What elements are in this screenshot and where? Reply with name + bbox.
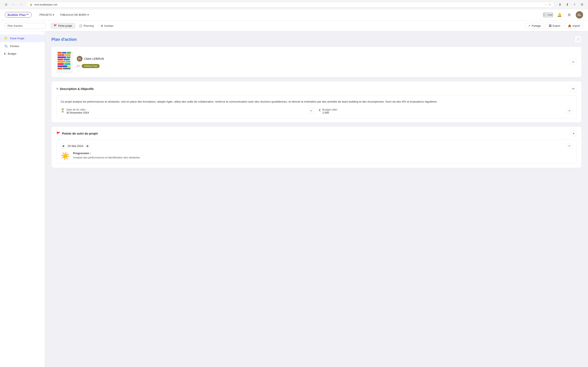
description-text: Ce projet analyse les performances et ob…: [61, 100, 572, 104]
date-field: ⏳ Date de fin cible : 30 Novembre 2024 ✏: [61, 108, 314, 114]
project-edit-btn[interactable]: ✏: [570, 59, 577, 65]
share-icon[interactable]: ⬆: [564, 2, 570, 7]
url-text: next.bubbleplan.net: [34, 3, 57, 6]
sidebar-budget-label: Budget: [8, 52, 16, 55]
suivi-edit-btn[interactable]: ✏: [567, 143, 572, 149]
settings-btn[interactable]: ⚙: [566, 12, 572, 18]
description-title: ≡ Description & Objectifs: [56, 87, 94, 91]
notification-btn[interactable]: 🔔: [556, 12, 563, 18]
tag-icon: 🏷: [77, 64, 80, 68]
browser-chrome: ⊟ ← → 🔒 next.bubbleplan.net ⋯ ↻ ⬇ ⬆ + ⧉: [0, 0, 588, 9]
hourglass-icon: ⏳: [61, 108, 65, 112]
gear-icon: ⚙: [568, 13, 571, 17]
tab-group: 🚩 Fiche projet 📋 Planning ⊞ Kanban: [51, 23, 116, 29]
export-label: Export: [553, 24, 561, 27]
tab-fiche-label: Fiche projet: [58, 24, 72, 27]
help-label: Aide: [547, 13, 553, 16]
export-btn[interactable]: 🖼 Export: [546, 23, 563, 29]
page-title: Plan d'action: [52, 37, 77, 42]
project-pdf-btn[interactable]: 📄: [575, 36, 581, 43]
description-edit-btn[interactable]: ✏: [570, 85, 577, 92]
suivi-pencil-icon: ✏: [568, 144, 571, 147]
suivi-content: ☀️ Progression : Analyse des performance…: [61, 152, 572, 160]
suivi-nav: ◀ 29 Mai 2024 ▶ ✏: [61, 143, 572, 149]
sidebar-item-fiche-projet[interactable]: 📁 Fiche Projet: [0, 34, 45, 42]
tab-fiche-projet[interactable]: 🚩 Fiche projet: [51, 23, 75, 29]
paperclip-icon: 📎: [4, 44, 8, 48]
suivi-title: 🚩 Points de suivi du projet: [56, 132, 98, 135]
export-icon: 🖼: [549, 24, 552, 27]
sidebar-item-budget[interactable]: € Budget: [0, 50, 45, 58]
browser-actions: ⬇ ⬆ + ⧉: [557, 2, 585, 7]
project-tags-row: 🏷 Amma Corp: [77, 64, 566, 68]
kanban-icon: ⊞: [101, 24, 103, 27]
nav-tableaux-de-bord[interactable]: TABLEAUX DE BORD ▾: [57, 9, 92, 21]
project-owner-row: CL Claire LEBRUN: [77, 56, 566, 62]
budget-edit-btn[interactable]: ✏: [567, 108, 572, 114]
sidebar: 📁 Fiche Projet 📎 Fichiers € Budget: [0, 31, 45, 367]
tab-planning[interactable]: 📋 Planning: [76, 23, 97, 29]
import-btn[interactable]: 📥 Import: [565, 23, 583, 29]
tab-planning-label: Planning: [84, 24, 94, 27]
euro-budget-icon: €: [319, 108, 321, 112]
owner-name: Claire LEBRUN: [84, 57, 104, 60]
suivi-progression-text: Analyse des performances et identificati…: [73, 156, 572, 160]
suivi-date-nav: ◀ 29 Mai 2024 ▶: [61, 143, 90, 149]
nav-back-btn[interactable]: ←: [11, 2, 16, 7]
nav-forward-btn[interactable]: →: [18, 2, 24, 7]
partage-icon: ↗: [528, 24, 530, 27]
tab-kanban[interactable]: ⊞ Kanban: [98, 23, 117, 29]
sidebar-fichiers-label: Fichiers: [10, 45, 19, 48]
sidebar-fiche-label: Fiche Projet: [10, 37, 24, 40]
logo-text: Bubble Plan™: [5, 12, 32, 17]
app-header: Bubble Plan™ PROJETS ▾ TABLEAUX DE BORD …: [0, 9, 588, 21]
tab-kanban-label: Kanban: [104, 24, 113, 27]
suivi-add-btn[interactable]: +: [571, 131, 577, 136]
date-value: 30 Novembre 2024: [66, 111, 307, 114]
tabs-icon[interactable]: ⧉: [579, 2, 585, 7]
logo[interactable]: Bubble Plan™: [5, 12, 32, 17]
user-avatar[interactable]: CL: [576, 11, 583, 18]
project-info-card: CL Claire LEBRUN 🏷 Amma Corp ✏: [52, 47, 581, 77]
help-circle-icon: ⓘ: [544, 13, 546, 17]
suivi-prev-btn[interactable]: ◀: [61, 143, 66, 149]
content-area: Plan d'action 📄: [45, 31, 588, 367]
pencil-icon: ✏: [572, 60, 575, 64]
description-section-header: ≡ Description & Objectifs ✏: [56, 85, 577, 92]
pdf-icon: 📄: [576, 38, 580, 42]
project-thumbnail: [56, 51, 73, 73]
project-search-input[interactable]: [5, 23, 46, 29]
description-pencil-icon: ✏: [572, 87, 575, 91]
help-button[interactable]: ⓘ Aide: [543, 13, 553, 17]
second-toolbar: 🚩 Fiche projet 📋 Planning ⊞ Kanban ↗ Par…: [0, 21, 588, 31]
projets-label: PROJETS: [39, 13, 52, 16]
suivi-next-btn[interactable]: ▶: [85, 143, 90, 149]
new-tab-icon[interactable]: +: [572, 2, 577, 7]
nav-projets[interactable]: PROJETS ▾: [36, 9, 57, 21]
date-pencil-icon: ✏: [310, 109, 312, 112]
toolbar-right: ↗ Partage 🖼 Export 📥 Import: [525, 23, 583, 29]
partage-btn[interactable]: ↗ Partage: [525, 23, 544, 29]
window-minimize-btn[interactable]: ⊟: [3, 2, 9, 7]
budget-label: Budget cible :: [322, 108, 565, 111]
download-icon[interactable]: ⬇: [557, 2, 563, 7]
chevron-left-icon: ◀: [62, 144, 64, 147]
address-bar[interactable]: 🔒 next.bubbleplan.net ⋯ ↻: [26, 2, 554, 7]
description-section-card: ≡ Description & Objectifs ✏ Ce projet an…: [52, 81, 581, 123]
sidebar-item-fichiers[interactable]: 📎 Fichiers: [0, 42, 45, 50]
reload-icon[interactable]: ↻: [549, 3, 551, 6]
euro-icon: €: [4, 52, 6, 55]
header-right: ⓘ Aide 🔔 ⚙ CL: [543, 11, 583, 18]
import-icon: 📥: [568, 24, 571, 27]
plus-icon: +: [573, 132, 575, 135]
budget-content: Budget cible : 2 000: [322, 108, 565, 114]
browser-controls: ⊟ ← →: [3, 2, 24, 7]
owner-avatar: CL: [77, 56, 82, 62]
tableaux-label: TABLEAUX DE BORD: [60, 13, 86, 16]
tag-badge: Amma Corp: [82, 64, 100, 68]
suivi-date: 29 Mai 2024: [68, 144, 83, 148]
bell-icon: 🔔: [557, 13, 562, 17]
main-layout: 📁 Fiche Projet 📎 Fichiers € Budget Plan …: [0, 31, 588, 367]
date-edit-btn[interactable]: ✏: [308, 108, 314, 114]
flag-icon: 🚩: [54, 24, 57, 27]
